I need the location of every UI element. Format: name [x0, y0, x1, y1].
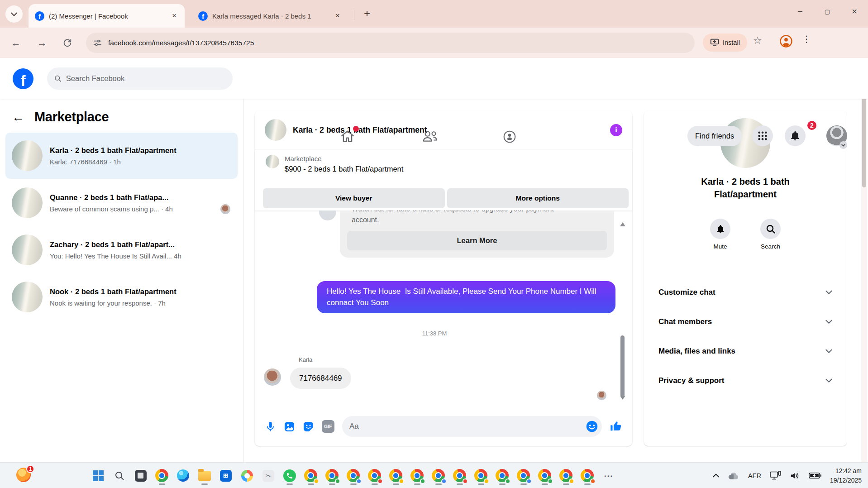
taskbar-notification-icon[interactable]: 1	[16, 468, 33, 484]
tab-close-icon[interactable]: ×	[170, 10, 178, 21]
search-conversation-button[interactable]: Search	[760, 219, 781, 250]
taskbar-more-icon[interactable]: ⋯	[601, 466, 616, 486]
menu-media-files-links[interactable]: Media, files and links	[649, 336, 842, 366]
nav-home-tab[interactable]	[340, 129, 355, 143]
menu-customize-chat[interactable]: Customize chat	[649, 277, 842, 307]
volume-icon[interactable]	[790, 471, 800, 480]
gif-icon[interactable]: GIF	[322, 420, 334, 433]
apps-menu-button[interactable]	[752, 125, 773, 146]
chrome-profile-icon[interactable]	[388, 466, 403, 486]
message-list[interactable]: Watch out for fake emails or requests to…	[255, 211, 632, 407]
display-cast-icon[interactable]	[770, 471, 781, 480]
browser-tab-karla[interactable]: f Karla messaged Karla · 2 beds 1 ×	[192, 4, 348, 28]
chrome-profile-icon[interactable]	[537, 466, 552, 486]
browser-profile-icon[interactable]	[779, 34, 793, 48]
system-message-bubble: Watch out for fake emails or requests to…	[340, 211, 614, 258]
chrome-profile-icon[interactable]	[452, 466, 467, 486]
scroll-down-arrow-icon[interactable]	[620, 396, 625, 400]
apps-grid-icon	[758, 131, 768, 141]
taskbar-clock[interactable]: 12:42 am 19/12/2025	[830, 466, 862, 485]
chat-list-item-nook[interactable]: Nook · 2 beds 1 bath Flat/apartment Nook…	[5, 274, 238, 320]
snipping-tool-icon[interactable]: ✂	[261, 466, 276, 486]
learn-more-button[interactable]: Learn More	[347, 231, 607, 250]
menu-privacy-support[interactable]: Privacy & support	[649, 366, 842, 395]
sticker-icon[interactable]	[303, 421, 314, 432]
forward-button[interactable]: →	[32, 37, 52, 49]
file-explorer-icon[interactable]	[197, 466, 212, 486]
maximize-button[interactable]: ▢	[814, 0, 841, 23]
conversation-header[interactable]: Karla · 2 beds 1 bath Flat/apartment i	[255, 111, 632, 149]
browser-tab-messenger[interactable]: f (2) Messenger | Facebook ×	[29, 4, 185, 28]
chat-list-item-zachary[interactable]: Zachary · 2 beds 1 bath Flat/apart... Yo…	[5, 227, 238, 273]
close-button[interactable]: ×	[841, 0, 868, 23]
site-settings-icon[interactable]	[93, 38, 102, 47]
thumbs-up-icon[interactable]	[610, 420, 622, 433]
menu-chat-members[interactable]: Chat members	[649, 307, 842, 336]
language-indicator[interactable]: AFR	[748, 472, 761, 479]
tray-chevron-up-icon[interactable]	[713, 474, 719, 478]
message-input[interactable]	[349, 422, 582, 431]
message-scrollbar[interactable]	[620, 219, 626, 403]
nav-groups-tab[interactable]	[502, 129, 517, 144]
install-button[interactable]: Install	[703, 33, 747, 52]
start-button[interactable]	[91, 466, 105, 486]
url-bar[interactable]: facebook.com/messages/t/1373208457635725	[86, 33, 695, 53]
chrome-profile-icon[interactable]	[473, 466, 488, 486]
nav-friends-tab[interactable]	[422, 129, 438, 143]
back-button[interactable]: ←	[5, 37, 26, 49]
chrome-profile-icon[interactable]	[410, 466, 424, 486]
search-input[interactable]	[66, 74, 225, 83]
tab-close-icon[interactable]: ×	[334, 10, 342, 21]
chrome-profile-icon[interactable]	[367, 466, 382, 486]
chevron-down-icon	[825, 320, 832, 324]
conversation-info-icon[interactable]: i	[610, 124, 622, 136]
onedrive-cloud-icon[interactable]	[728, 472, 739, 480]
mute-button[interactable]: Mute	[710, 219, 730, 250]
task-view-icon[interactable]	[133, 466, 148, 486]
message-input-wrapper[interactable]	[342, 416, 602, 437]
more-options-button[interactable]: More options	[447, 188, 629, 208]
chrome-active-icon[interactable]	[580, 466, 595, 486]
voice-clip-icon[interactable]	[265, 421, 276, 432]
view-buyer-button[interactable]: View buyer	[263, 188, 445, 208]
chrome-profile-icon[interactable]	[495, 466, 510, 486]
battery-icon[interactable]	[809, 472, 821, 479]
chat-list-item-karla[interactable]: Karla · 2 beds 1 bath Flat/apartment Kar…	[5, 133, 238, 179]
attach-image-icon[interactable]	[284, 421, 295, 432]
chrome-profile-icon[interactable]	[303, 466, 318, 486]
chrome-icon[interactable]	[154, 466, 169, 486]
tab-search-chevron-icon[interactable]	[5, 5, 23, 23]
scrollbar-thumb[interactable]	[620, 335, 625, 397]
tray-time: 12:42 am	[830, 466, 862, 475]
chrome-profile-icon[interactable]	[346, 466, 361, 486]
find-friends-button[interactable]: Find friends	[687, 126, 742, 146]
chrome-profile-icon[interactable]	[516, 466, 531, 486]
emoji-icon[interactable]	[586, 420, 598, 433]
page-scrollbar[interactable]	[861, 58, 867, 462]
chrome-profile-icon[interactable]	[431, 466, 446, 486]
received-message-bubble[interactable]: 7176684469	[290, 368, 351, 389]
facebook-favicon-icon: f	[35, 11, 44, 21]
reload-button[interactable]	[57, 38, 78, 48]
chrome-profile-icon[interactable]	[558, 466, 573, 486]
url-text[interactable]: facebook.com/messages/t/1373208457635725	[108, 39, 254, 47]
new-tab-button[interactable]: +	[360, 7, 374, 20]
sidebar-back-button[interactable]: ←	[12, 110, 24, 124]
edge-icon[interactable]	[176, 466, 191, 486]
paint-icon[interactable]	[239, 466, 254, 486]
chrome-profile-icon[interactable]	[324, 466, 339, 486]
browser-menu-icon[interactable]: ⋮	[802, 33, 811, 44]
menu-label: Customize chat	[658, 288, 715, 297]
facebook-search[interactable]	[47, 67, 233, 90]
scroll-up-arrow-icon[interactable]	[620, 222, 625, 226]
chat-list-item-quanne[interactable]: Quanne · 2 beds 1 bath Flat/apa... Bewar…	[5, 180, 238, 226]
bookmark-star-icon[interactable]: ☆	[753, 35, 762, 47]
menu-label: Chat members	[658, 317, 712, 326]
notifications-button[interactable]	[785, 125, 806, 146]
minimize-button[interactable]: –	[787, 0, 814, 23]
sent-message-bubble[interactable]: Hello! Yes The House Is Still Available,…	[317, 281, 615, 313]
taskbar-search-icon[interactable]	[112, 466, 127, 486]
whatsapp-icon[interactable]	[282, 466, 297, 486]
microsoft-store-icon[interactable]: ⊞	[218, 466, 233, 486]
facebook-logo-icon[interactable]: f	[13, 68, 33, 89]
